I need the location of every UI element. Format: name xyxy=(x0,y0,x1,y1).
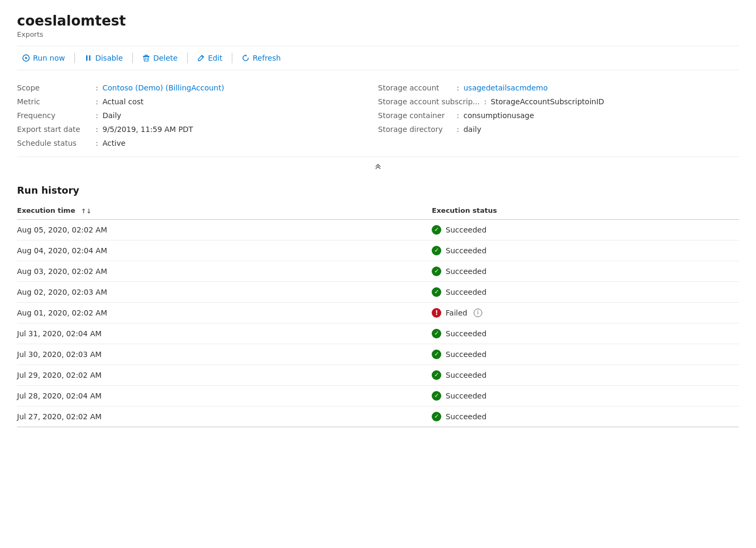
detail-value[interactable]: Contoso (Demo) (BillingAccount) xyxy=(103,84,224,92)
status-text: Succeeded xyxy=(446,392,486,400)
details-left: Scope:Contoso (Demo) (BillingAccount)Met… xyxy=(17,81,378,150)
execution-time-cell: Aug 04, 2020, 02:04 AM xyxy=(17,240,432,261)
detail-separator: : xyxy=(457,111,459,120)
execution-time-cell: Aug 02, 2020, 02:03 AM xyxy=(17,281,432,302)
detail-label: Metric xyxy=(17,97,91,106)
execution-status-cell: Failedi xyxy=(432,302,739,323)
table-row: Jul 30, 2020, 02:03 AMSucceeded xyxy=(17,344,739,364)
detail-value: Daily xyxy=(103,111,121,120)
success-icon xyxy=(432,412,441,421)
detail-row-right-2: Storage container:consumptionusage xyxy=(378,109,739,122)
svg-rect-2 xyxy=(86,55,88,61)
detail-separator: : xyxy=(96,97,98,106)
col-execution-status: Execution status xyxy=(432,202,739,219)
detail-separator: : xyxy=(96,125,98,134)
execution-time-cell: Aug 03, 2020, 02:02 AM xyxy=(17,261,432,281)
run-now-button[interactable]: Run now xyxy=(17,51,70,65)
toolbar-separator-2 xyxy=(132,53,133,63)
detail-separator: : xyxy=(457,84,459,92)
status-text: Succeeded xyxy=(446,412,486,421)
execution-time-cell: Jul 30, 2020, 02:03 AM xyxy=(17,344,432,364)
table-row: Aug 02, 2020, 02:03 AMSucceeded xyxy=(17,281,739,302)
status-text: Succeeded xyxy=(446,350,486,359)
detail-row-left-0: Scope:Contoso (Demo) (BillingAccount) xyxy=(17,81,378,95)
detail-value: Actual cost xyxy=(103,97,144,106)
status-text: Succeeded xyxy=(446,371,486,379)
execution-status-cell: Succeeded xyxy=(432,385,739,406)
collapse-bar[interactable] xyxy=(17,156,739,174)
col-execution-time[interactable]: Execution time ↑↓ xyxy=(17,202,432,219)
execution-status-cell: Succeeded xyxy=(432,281,739,302)
failed-icon xyxy=(432,308,441,318)
detail-separator: : xyxy=(96,139,98,147)
info-icon[interactable]: i xyxy=(474,309,482,317)
toolbar-separator-4 xyxy=(232,53,232,63)
svg-rect-5 xyxy=(145,55,148,56)
refresh-button[interactable]: Refresh xyxy=(237,51,286,65)
detail-row-left-1: Metric:Actual cost xyxy=(17,95,378,109)
detail-separator: : xyxy=(96,111,98,120)
detail-row-right-0: Storage account:usagedetailsacmdemo xyxy=(378,81,739,95)
table-row: Aug 05, 2020, 02:02 AMSucceeded xyxy=(17,219,739,240)
success-icon xyxy=(432,329,441,338)
detail-label: Storage account xyxy=(378,84,452,92)
execution-status-cell: Succeeded xyxy=(432,364,739,385)
table-row: Aug 03, 2020, 02:02 AMSucceeded xyxy=(17,261,739,281)
detail-label: Export start date xyxy=(17,125,91,134)
detail-separator: : xyxy=(484,97,486,106)
delete-icon xyxy=(142,54,150,62)
edit-button[interactable]: Edit xyxy=(192,51,228,65)
toolbar-separator-1 xyxy=(74,53,75,63)
table-row: Jul 29, 2020, 02:02 AMSucceeded xyxy=(17,364,739,385)
disable-label: Disable xyxy=(95,54,123,62)
detail-value[interactable]: usagedetailsacmdemo xyxy=(464,84,548,92)
table-row: Jul 31, 2020, 02:04 AMSucceeded xyxy=(17,323,739,344)
detail-separator: : xyxy=(96,84,98,92)
execution-status-cell: Succeeded xyxy=(432,323,739,344)
refresh-label: Refresh xyxy=(253,54,281,62)
success-icon xyxy=(432,350,441,359)
detail-row-right-3: Storage directory:daily xyxy=(378,122,739,136)
detail-value: daily xyxy=(464,125,482,134)
detail-label: Storage directory xyxy=(378,125,452,134)
detail-value: Active xyxy=(103,139,125,147)
success-icon xyxy=(432,225,441,235)
execution-status-cell: Succeeded xyxy=(432,344,739,364)
run-history-table: Execution time ↑↓ Execution status Aug 0… xyxy=(17,202,739,427)
toolbar: Run now Disable Delete xyxy=(17,46,739,70)
status-text: Succeeded xyxy=(446,246,486,255)
edit-label: Edit xyxy=(208,54,222,62)
delete-button[interactable]: Delete xyxy=(137,51,183,65)
detail-row-left-3: Export start date:9/5/2019, 11:59 AM PDT xyxy=(17,122,378,136)
sort-icon: ↑↓ xyxy=(81,207,91,215)
details-section: Scope:Contoso (Demo) (BillingAccount)Met… xyxy=(17,81,739,150)
success-icon xyxy=(432,246,441,255)
detail-value: 9/5/2019, 11:59 AM PDT xyxy=(103,125,193,134)
detail-separator: : xyxy=(457,125,459,134)
details-right: Storage account:usagedetailsacmdemoStora… xyxy=(378,81,739,150)
detail-value: consumptionusage xyxy=(464,111,534,120)
run-now-icon xyxy=(22,54,30,62)
execution-status-cell: Succeeded xyxy=(432,261,739,281)
run-history-title: Run history xyxy=(17,185,739,196)
detail-row-left-2: Frequency:Daily xyxy=(17,109,378,122)
detail-row-left-4: Schedule status:Active xyxy=(17,136,378,150)
status-text: Succeeded xyxy=(446,288,486,296)
execution-time-cell: Jul 28, 2020, 02:04 AM xyxy=(17,385,432,406)
disable-icon xyxy=(85,54,92,62)
detail-label: Storage account subscrip... xyxy=(378,97,480,106)
disable-button[interactable]: Disable xyxy=(79,51,128,65)
execution-status-cell: Succeeded xyxy=(432,406,739,427)
detail-label: Schedule status xyxy=(17,139,91,147)
toolbar-separator-3 xyxy=(187,53,188,63)
status-text: Succeeded xyxy=(446,226,486,234)
table-row: Aug 01, 2020, 02:02 AMFailedi xyxy=(17,302,739,323)
svg-rect-3 xyxy=(89,55,91,61)
success-icon xyxy=(432,370,441,380)
detail-label: Frequency xyxy=(17,111,91,120)
status-text: Succeeded xyxy=(446,267,486,276)
execution-time-cell: Jul 31, 2020, 02:04 AM xyxy=(17,323,432,344)
page-title: coeslalomtest xyxy=(17,13,739,29)
table-row: Jul 27, 2020, 02:02 AMSucceeded xyxy=(17,406,739,427)
svg-marker-1 xyxy=(26,57,28,60)
